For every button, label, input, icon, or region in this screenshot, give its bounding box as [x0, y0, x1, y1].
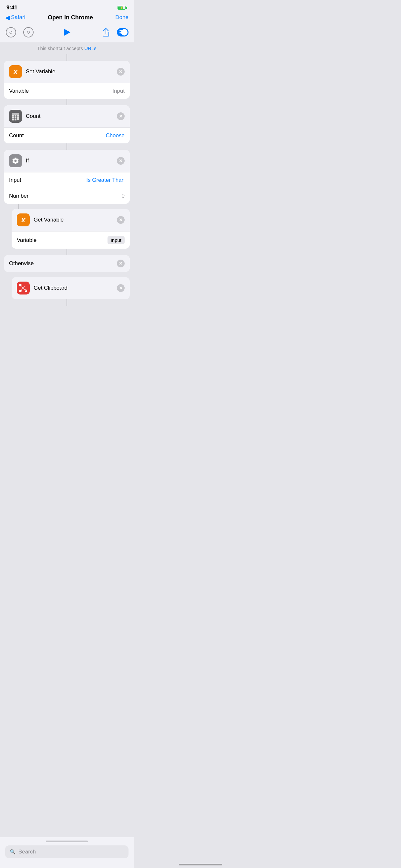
connector-line-5: [66, 249, 67, 255]
if-number-label: Number: [9, 193, 28, 199]
if-icon: [9, 154, 22, 167]
accepts-banner: This shortcut accepts URLs: [0, 42, 134, 54]
spacer: [4, 272, 130, 277]
battery-bolt: ⚡: [120, 6, 123, 9]
get-variable-value[interactable]: Input: [107, 236, 125, 244]
svg-rect-4: [12, 117, 14, 119]
count-header: Count ✕: [4, 105, 130, 128]
play-button[interactable]: [61, 27, 73, 38]
content-area: x Set Variable ✕ Variable Input: [0, 54, 134, 345]
svg-rect-0: [12, 113, 19, 115]
set-variable-card: x Set Variable ✕ Variable Input: [4, 61, 130, 99]
svg-rect-3: [17, 115, 19, 117]
battery-body: ⚡: [118, 6, 126, 10]
if-number-row: Number 0: [4, 188, 130, 204]
set-variable-close-button[interactable]: ✕: [117, 68, 125, 75]
status-icons: ⚡: [118, 6, 127, 10]
redo-icon: ↻: [23, 27, 34, 37]
otherwise-card: Otherwise ✕: [4, 255, 130, 272]
if-title: If: [26, 158, 117, 164]
if-input-label: Input: [9, 177, 21, 183]
undo-icon: ↺: [6, 27, 16, 37]
otherwise-label: Otherwise: [9, 260, 34, 267]
set-variable-variable-row: Variable Input: [4, 83, 130, 99]
get-variable-label: Variable: [17, 237, 36, 244]
settings-toggle-button[interactable]: [117, 27, 128, 38]
connector-bottom: [66, 299, 67, 306]
svg-rect-7: [12, 119, 14, 120]
count-value[interactable]: Choose: [105, 132, 125, 139]
svg-rect-1: [12, 115, 14, 117]
status-bar: 9:41 ⚡: [0, 0, 134, 12]
svg-rect-5: [14, 117, 17, 119]
svg-rect-8: [14, 119, 17, 120]
set-variable-value: Input: [112, 88, 125, 94]
toolbar-left: ↺ ↻: [5, 27, 34, 38]
redo-button[interactable]: ↻: [23, 27, 34, 38]
back-button[interactable]: ◀ Safari: [5, 13, 25, 21]
if-card: If ✕ Input Is Greater Than Number 0: [4, 150, 130, 204]
get-clipboard-icon: [17, 282, 30, 294]
play-icon: [64, 29, 70, 36]
get-variable-header: x Get Variable ✕: [11, 209, 130, 231]
status-time: 9:41: [6, 4, 18, 11]
count-close-button[interactable]: ✕: [117, 113, 125, 120]
undo-button[interactable]: ↺: [5, 27, 17, 38]
nav-bar: ◀ Safari Open in Chrome Done: [0, 12, 134, 24]
back-chevron-icon: ◀: [5, 13, 10, 21]
get-variable-card: x Get Variable ✕ Variable Input: [11, 209, 130, 249]
done-button[interactable]: Done: [115, 14, 128, 21]
svg-rect-2: [14, 115, 17, 117]
otherwise-close-button[interactable]: ✕: [117, 259, 125, 268]
nav-title: Open in Chrome: [48, 14, 93, 21]
set-variable-header: x Set Variable ✕: [4, 61, 130, 83]
back-label: Safari: [11, 14, 25, 21]
get-variable-title: Get Variable: [34, 217, 117, 223]
if-close-button[interactable]: ✕: [117, 157, 125, 165]
connector-line-2: [66, 99, 67, 105]
get-variable-icon-text: x: [21, 216, 25, 224]
get-variable-icon: x: [17, 213, 30, 226]
share-button[interactable]: [100, 27, 112, 38]
set-variable-title: Set Variable: [26, 68, 117, 75]
set-variable-icon-text: x: [13, 67, 18, 76]
svg-rect-6: [17, 117, 19, 120]
get-clipboard-close-button[interactable]: ✕: [117, 284, 125, 292]
connector-line-3: [66, 144, 67, 150]
count-card: Count ✕ Count Choose: [4, 105, 130, 144]
if-condition-value[interactable]: Is Greater Than: [86, 177, 125, 183]
count-icon: [9, 110, 22, 123]
get-variable-variable-row: Variable Input: [11, 231, 130, 249]
get-clipboard-card: Get Clipboard ✕: [11, 277, 130, 299]
count-title: Count: [26, 113, 117, 120]
toolbar: ↺ ↻: [0, 24, 134, 42]
set-variable-icon: x: [9, 65, 22, 78]
count-label: Count: [9, 132, 24, 139]
if-input-row[interactable]: Input Is Greater Than: [4, 172, 130, 188]
get-clipboard-header: Get Clipboard ✕: [11, 277, 130, 299]
count-count-row[interactable]: Count Choose: [4, 128, 130, 144]
otherwise-inner: Otherwise ✕: [4, 255, 130, 272]
battery-icon: ⚡: [118, 6, 127, 10]
battery-cap: [126, 7, 127, 9]
if-number-value: 0: [122, 193, 125, 199]
share-icon: [101, 28, 111, 37]
get-clipboard-title: Get Clipboard: [34, 285, 117, 291]
get-variable-close-button[interactable]: ✕: [117, 216, 125, 224]
set-variable-label: Variable: [9, 88, 29, 94]
connector-line: [66, 54, 67, 61]
urls-link[interactable]: URLs: [84, 45, 96, 51]
if-header: If ✕: [4, 150, 130, 172]
connector-indented: [18, 204, 19, 209]
